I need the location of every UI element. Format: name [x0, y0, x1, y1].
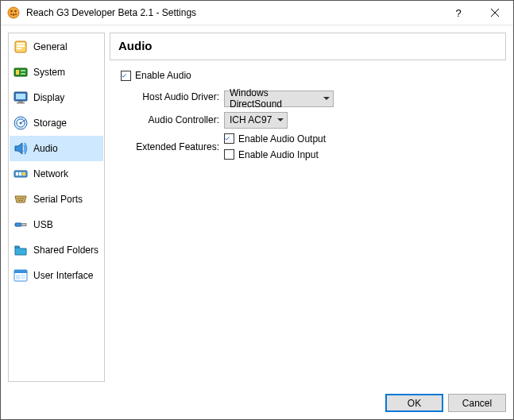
enable-audio-checkbox[interactable] — [121, 71, 131, 81]
svg-rect-17 — [16, 94, 25, 99]
host-driver-label: Host Audio Driver: — [124, 91, 219, 102]
sidebar-item-user-interface[interactable]: User Interface — [10, 263, 103, 288]
controller-dropdown[interactable]: ICH AC97 — [224, 112, 288, 129]
svg-point-30 — [19, 200, 21, 202]
sidebar-item-label: Serial Ports — [33, 194, 83, 205]
usb-icon — [13, 217, 29, 233]
host-driver-value: Windows DirectSound — [230, 87, 319, 110]
sidebar-item-label: Shared Folders — [33, 245, 99, 256]
sidebar-item-label: USB — [33, 219, 53, 230]
svg-point-28 — [20, 198, 21, 199]
svg-rect-11 — [17, 48, 21, 49]
sidebar-item-label: General — [33, 41, 68, 52]
audio-icon — [13, 141, 29, 156]
sidebar-item-label: Audio — [33, 143, 58, 154]
serial-ports-icon — [13, 191, 29, 207]
cancel-button[interactable]: Cancel — [448, 394, 506, 412]
sidebar-item-system[interactable]: System — [10, 60, 103, 85]
system-icon — [13, 64, 29, 80]
storage-icon — [13, 115, 29, 131]
sidebar-item-storage[interactable]: Storage — [10, 110, 103, 136]
enable-audio-row[interactable]: Enable Audio — [121, 70, 495, 81]
sidebar-item-general[interactable]: General — [10, 34, 103, 60]
network-icon — [13, 166, 29, 182]
display-icon — [13, 90, 29, 106]
svg-rect-26 — [22, 172, 25, 175]
sidebar-item-network[interactable]: Network — [10, 161, 103, 187]
main-panel: Audio Enable Audio Host Audio Driver: Wi… — [110, 33, 506, 382]
chevron-down-icon — [277, 118, 284, 121]
enable-input-row[interactable]: Enable Audio Input — [224, 149, 495, 160]
app-icon — [7, 6, 20, 19]
svg-rect-10 — [17, 45, 25, 47]
svg-rect-33 — [21, 224, 26, 226]
svg-point-31 — [21, 200, 23, 202]
panel-title: Audio — [110, 33, 506, 60]
ok-button[interactable]: OK — [385, 394, 443, 412]
enable-input-label: Enable Audio Input — [238, 149, 319, 160]
svg-rect-15 — [21, 73, 25, 75]
controller-value: ICH AC97 — [230, 114, 272, 125]
svg-point-4 — [10, 13, 12, 15]
svg-rect-34 — [15, 246, 19, 248]
window-title: Reach G3 Developer Beta 2.1 - Settings — [26, 7, 440, 18]
sidebar-item-display[interactable]: Display — [10, 85, 103, 110]
sidebar-item-label: System — [33, 67, 65, 78]
svg-point-3 — [13, 13, 14, 15]
svg-rect-18 — [18, 101, 23, 102]
sidebar-item-label: User Interface — [33, 270, 93, 281]
sidebar-item-shared-folders[interactable]: Shared Folders — [10, 237, 103, 263]
host-driver-dropdown[interactable]: Windows DirectSound — [224, 91, 334, 107]
close-icon — [491, 9, 499, 17]
help-icon: ? — [455, 7, 461, 19]
svg-rect-36 — [14, 270, 27, 273]
svg-rect-25 — [19, 172, 21, 175]
svg-point-2 — [14, 10, 16, 12]
chevron-down-icon — [323, 97, 330, 100]
settings-sidebar: General System — [8, 33, 105, 382]
enable-audio-label: Enable Audio — [135, 70, 191, 81]
sidebar-item-label: Storage — [33, 118, 67, 129]
dialog-footer: OK Cancel — [385, 394, 506, 412]
svg-rect-38 — [21, 275, 25, 276]
svg-rect-37 — [16, 275, 20, 279]
enable-output-row[interactable]: Enable Audio Output — [224, 133, 495, 144]
svg-rect-39 — [21, 277, 25, 279]
svg-point-27 — [17, 198, 19, 199]
user-interface-icon — [13, 268, 29, 283]
close-button[interactable] — [477, 1, 513, 25]
sidebar-item-label: Display — [33, 92, 64, 103]
svg-rect-14 — [21, 70, 25, 71]
controller-label: Audio Controller: — [124, 114, 219, 125]
svg-rect-24 — [16, 172, 18, 175]
help-button[interactable]: ? — [440, 1, 477, 25]
svg-rect-19 — [17, 102, 25, 104]
sidebar-item-serial-ports[interactable]: Serial Ports — [10, 187, 103, 212]
title-bar: Reach G3 Developer Beta 2.1 - Settings ? — [1, 1, 513, 25]
svg-point-29 — [22, 198, 24, 199]
svg-rect-13 — [16, 70, 19, 75]
general-icon — [13, 39, 29, 55]
svg-point-5 — [15, 13, 17, 15]
extended-features-label: Extended Features: — [124, 141, 219, 152]
enable-output-label: Enable Audio Output — [238, 133, 326, 144]
enable-output-checkbox[interactable] — [224, 133, 234, 144]
svg-rect-9 — [17, 43, 25, 44]
sidebar-item-usb[interactable]: USB — [10, 212, 103, 237]
svg-rect-32 — [15, 223, 21, 226]
sidebar-item-audio[interactable]: Audio — [10, 136, 103, 161]
svg-point-1 — [10, 10, 12, 12]
enable-input-checkbox[interactable] — [224, 149, 234, 160]
shared-folders-icon — [13, 242, 29, 258]
sidebar-item-label: Network — [33, 168, 68, 179]
svg-point-0 — [8, 7, 19, 18]
